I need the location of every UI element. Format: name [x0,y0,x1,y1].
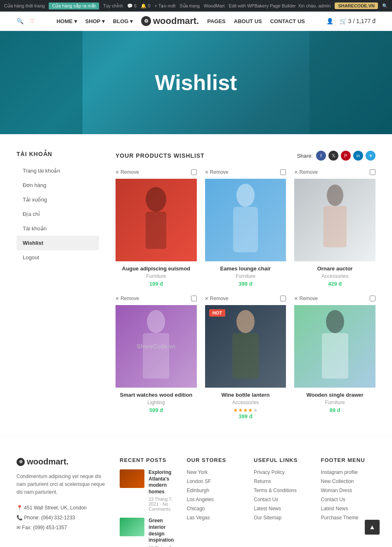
pending-count[interactable]: 🔔 0 [141,3,150,9]
remove-bar-5: Remove [205,295,286,302]
product-name-4[interactable]: Smart watches wood edition [116,392,197,398]
wishlist-heart-icon[interactable]: ♡ [30,18,35,24]
nav-pages[interactable]: PAGES [207,18,226,24]
product-info-2: Eames lounge chair Furniture 399 đ [205,265,286,287]
sidebar-item-logout[interactable]: Logout [17,250,99,265]
site-logo[interactable]: ⚙ woodmart. [141,16,199,26]
footer-menu-instagram[interactable]: Instagram profile [321,469,376,475]
product-name-6[interactable]: Wooden single drawer [294,392,375,398]
link-privacy[interactable]: Privacy Policy [254,469,309,475]
product-info-4: Smart watches wood edition Lighting 599 … [116,392,197,413]
link-contact[interactable]: Contact Us [254,497,309,502]
select-checkbox-3[interactable] [370,169,375,175]
remove-bar-6: Remove [294,295,375,302]
remove-button-5[interactable]: Remove [205,295,229,302]
select-checkbox-4[interactable] [191,296,197,301]
sidebar-item-downloads[interactable]: Tải xuống [17,192,99,207]
select-checkbox-6[interactable] [370,296,375,301]
select-checkbox-2[interactable] [280,169,286,175]
product-name-1[interactable]: Augue adipiscing euismod [116,265,197,272]
sidebar-item-address[interactable]: Địa chỉ [17,207,99,221]
search-icon[interactable]: 🔍 [17,18,24,24]
footer-grid: ⚙ woodmart. Condimentum adipiscing vel n… [17,457,375,547]
admin-greeting: Xin chào, admin [298,3,331,8]
footer-useful-links: USEFUL LINKS Privacy Policy Returns Term… [254,457,309,547]
new-item-link[interactable]: + Tạo mới [154,3,175,9]
footer-menu-latest-news[interactable]: Latest News [321,506,376,511]
telegram-share-icon[interactable]: ✈ [366,151,375,161]
cart-icon[interactable]: 🛒 3 / 1,177 đ [340,18,375,24]
footer-logo-text: woodmart. [27,457,68,466]
product-name-2[interactable]: Eames lounge chair [205,265,286,272]
admin-store-name[interactable]: Cửa hàng thời trang [4,3,45,9]
recent-post-date-1: 23 Tháng 7, 2021 · No Comments [149,497,175,511]
recent-post-title-2[interactable]: Green interior design inspiration [149,518,175,543]
nav-home[interactable]: HOME ▾ [57,18,77,24]
nav-contact[interactable]: CONTACT US [270,18,305,24]
link-sitemap[interactable]: Our Sitemap [254,515,309,521]
product-info-1: Augue adipiscing euismod Furniture 199 đ [116,265,197,287]
svg-rect-1 [146,212,166,249]
link-latest-news[interactable]: Latest News [254,506,309,511]
store-chicago[interactable]: Chicago [187,506,242,511]
recent-post-img-1 [120,469,144,488]
sidebar-item-orders[interactable]: Đơn hàng [17,178,99,192]
svg-rect-11 [322,333,348,379]
nav-blog[interactable]: BLOG ▾ [113,18,133,24]
footer-logo[interactable]: ⚙ woodmart. [17,457,107,466]
pinterest-share-icon[interactable]: P [341,151,351,161]
search-admin-icon[interactable]: 🔍 [382,3,388,9]
edit-with-link[interactable]: Edit with WPBakery Page Builder [229,3,296,8]
product-image-6[interactable] [294,305,375,388]
link-returns[interactable]: Returns [254,478,309,484]
product-name-3[interactable]: Ornare auctor [294,265,375,272]
product-info-3: Ornare auctor Accessories 429 đ [294,265,375,287]
product-image-3[interactable] [294,179,375,261]
store-new-york[interactable]: New York [187,469,242,475]
remove-button-6[interactable]: Remove [294,295,318,302]
remove-button-1[interactable]: Remove [116,169,139,175]
remove-bar-4: Remove [116,295,197,302]
product-category-3: Accessories [294,273,375,279]
remove-button-2[interactable]: Remove [205,169,229,175]
facebook-share-icon[interactable]: f [316,151,326,161]
woodmart-link[interactable]: WoodMart [204,3,225,8]
linkedin-share-icon[interactable]: in [353,151,363,161]
recent-post-date-2: 23 Tháng 7, 2021 · No Comments [149,545,175,547]
footer-menu-woman-dress[interactable]: Woman Dress [321,488,376,493]
product-image-2[interactable] [205,179,286,261]
sidebar-item-account[interactable]: Tài khoản [17,221,99,236]
svg-rect-9 [232,333,259,379]
store-edinburgh[interactable]: Edinburgh [187,488,242,493]
back-to-top-button[interactable]: ▲ [365,520,380,535]
nav-shop[interactable]: SHOP ▾ [85,18,105,24]
select-checkbox-5[interactable] [280,296,286,301]
product-image-5[interactable]: HOT [205,305,286,388]
sidebar-item-wishlist[interactable]: Wishlist [17,236,99,250]
account-icon[interactable]: 👤 [326,18,333,24]
twitter-share-icon[interactable]: 𝕏 [328,151,338,161]
hot-badge-5: HOT [209,309,225,317]
footer-recent-posts: RECENT POSTS Exploring Atlanta's modern … [120,457,175,547]
select-checkbox-1[interactable] [191,169,197,175]
product-category-6: Furniture [294,400,375,405]
sidebar-item-dashboard[interactable]: Trang tài khoản [17,163,99,178]
product-image-4[interactable]: ShareCode.vn [116,305,197,388]
product-info-5: Wine bottle lantern Accessories ★★★★★ 39… [205,392,286,419]
product-image-1[interactable] [116,179,197,261]
store-las-vegas[interactable]: Las Vegas [187,515,242,521]
remove-button-4[interactable]: Remove [116,295,139,302]
store-los-angeles[interactable]: Los Angeles [187,497,242,502]
nav-about[interactable]: ABOUT US [234,18,262,24]
recent-post-title-1[interactable]: Exploring Atlanta's modern homes [149,469,175,495]
link-terms[interactable]: Terms & Conditions [254,488,309,493]
product-price-1: 199 đ [116,281,197,287]
footer-menu-contact[interactable]: Contact Us [321,497,376,502]
product-name-5[interactable]: Wine bottle lantern [205,392,286,398]
edit-page-link[interactable]: Sửa trang [179,3,200,9]
footer-menu-collection[interactable]: New Collection [321,478,376,484]
comment-count[interactable]: 💬 6 [127,3,137,9]
customize-link[interactable]: Tùy chỉnh [103,3,123,9]
remove-button-3[interactable]: Remove [294,169,318,175]
store-london-sf[interactable]: London SF [187,478,242,484]
